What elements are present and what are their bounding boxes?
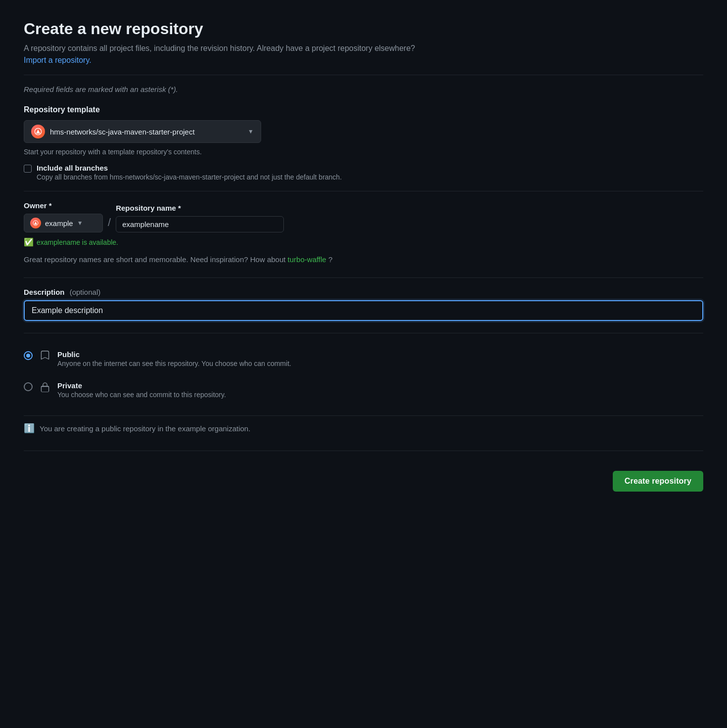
include-branches-sublabel: Copy all branches from hms-networks/sc-j… <box>37 173 342 181</box>
template-avatar <box>31 125 45 138</box>
divider-1 <box>24 75 703 75</box>
public-option[interactable]: Public Anyone on the internet can see th… <box>24 343 703 374</box>
template-section-label: Repository template <box>24 105 703 114</box>
repo-name-label: Repository name * <box>116 204 284 212</box>
owner-dropdown[interactable]: example ▼ <box>24 214 103 232</box>
include-branches-label: Include all branches <box>37 164 342 172</box>
optional-label: (optional) <box>70 288 101 296</box>
divider-5 <box>24 451 703 451</box>
private-subtitle: You choose who can see and commit to thi… <box>57 391 226 399</box>
create-button-row: Create repository <box>24 471 703 511</box>
public-radio[interactable] <box>24 351 33 360</box>
repo-name-input[interactable] <box>116 216 284 232</box>
public-title: Public <box>57 350 291 359</box>
divider-3 <box>24 277 703 278</box>
include-branches-row: Include all branches Copy all branches f… <box>24 164 703 181</box>
template-dropdown[interactable]: hms-networks/sc-java-maven-starter-proje… <box>24 120 261 143</box>
description-label: Description (optional) <box>24 288 703 296</box>
template-hint: Start your repository with a template re… <box>24 148 703 156</box>
owner-chevron-icon: ▼ <box>77 220 83 227</box>
import-repository-link[interactable]: Import a repository. <box>24 56 91 64</box>
repo-public-icon <box>40 351 50 364</box>
divider-2 <box>24 191 703 191</box>
check-icon: ✅ <box>24 237 34 247</box>
description-section: Description (optional) <box>24 288 703 321</box>
private-title: Private <box>57 381 226 390</box>
page-subtitle: A repository contains all project files,… <box>24 44 703 53</box>
owner-avatar <box>30 218 41 228</box>
owner-repo-row: Owner * example ▼ / Repository name * <box>24 201 703 232</box>
divider-4 <box>24 333 703 333</box>
info-text: You are creating a public repository in … <box>40 424 250 433</box>
slash-separator: / <box>103 216 116 232</box>
chevron-down-icon: ▼ <box>248 128 254 135</box>
owner-label: Owner * <box>24 201 103 210</box>
availability-message: ✅ examplename is available. <box>24 237 703 247</box>
info-icon: ℹ️ <box>24 423 35 434</box>
required-note: Required fields are marked with an aster… <box>24 85 703 93</box>
description-input[interactable] <box>24 300 703 321</box>
create-repository-button[interactable]: Create repository <box>613 471 703 492</box>
owner-name: example <box>45 219 73 228</box>
page-title: Create a new repository <box>24 20 703 38</box>
private-radio[interactable] <box>24 382 33 391</box>
template-name: hms-networks/sc-java-maven-starter-proje… <box>50 128 195 136</box>
inspiration-text: Great repository names are short and mem… <box>24 254 703 266</box>
suggestion-link[interactable]: turbo-waffle <box>288 255 326 264</box>
include-branches-checkbox[interactable] <box>24 165 32 173</box>
visibility-section: Public Anyone on the internet can see th… <box>24 343 703 406</box>
info-banner: ℹ️ You are creating a public repository … <box>24 415 703 441</box>
public-subtitle: Anyone on the internet can see this repo… <box>57 360 291 367</box>
available-text: examplename is available. <box>37 238 118 246</box>
private-option[interactable]: Private You choose who can see and commi… <box>24 374 703 406</box>
public-radio-inner <box>26 354 30 358</box>
lock-icon <box>40 382 50 396</box>
owner-field-group: Owner * example ▼ <box>24 201 103 232</box>
repo-name-field-group: Repository name * <box>116 204 284 232</box>
